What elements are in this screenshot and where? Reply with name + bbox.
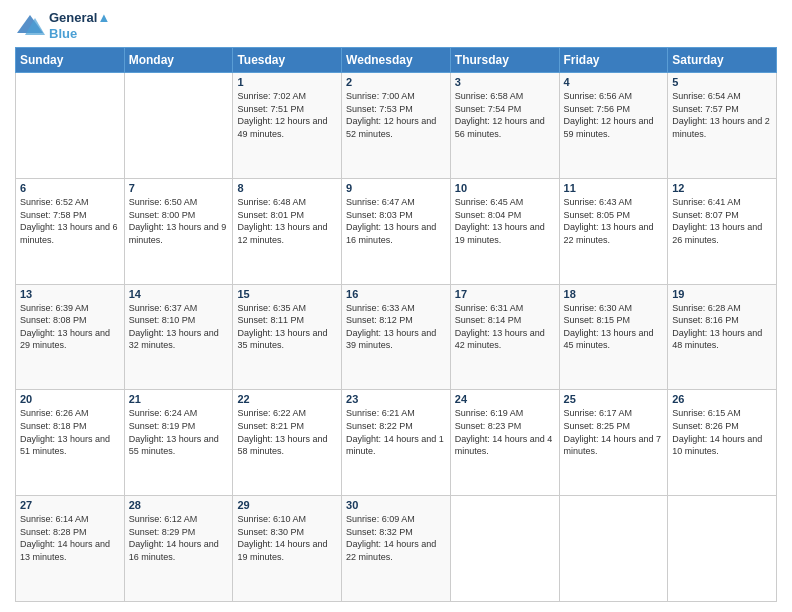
day-info: Sunrise: 6:31 AM Sunset: 8:14 PM Dayligh… — [455, 302, 555, 352]
day-number: 28 — [129, 499, 229, 511]
calendar-cell: 28Sunrise: 6:12 AM Sunset: 8:29 PM Dayli… — [124, 496, 233, 602]
day-header-monday: Monday — [124, 48, 233, 73]
calendar-cell: 16Sunrise: 6:33 AM Sunset: 8:12 PM Dayli… — [342, 284, 451, 390]
day-number: 25 — [564, 393, 664, 405]
calendar-cell: 23Sunrise: 6:21 AM Sunset: 8:22 PM Dayli… — [342, 390, 451, 496]
day-header-thursday: Thursday — [450, 48, 559, 73]
day-info: Sunrise: 6:15 AM Sunset: 8:26 PM Dayligh… — [672, 407, 772, 457]
day-number: 7 — [129, 182, 229, 194]
calendar-cell: 6Sunrise: 6:52 AM Sunset: 7:58 PM Daylig… — [16, 178, 125, 284]
day-info: Sunrise: 6:21 AM Sunset: 8:22 PM Dayligh… — [346, 407, 446, 457]
calendar-cell: 21Sunrise: 6:24 AM Sunset: 8:19 PM Dayli… — [124, 390, 233, 496]
calendar-cell: 14Sunrise: 6:37 AM Sunset: 8:10 PM Dayli… — [124, 284, 233, 390]
calendar-cell — [16, 73, 125, 179]
day-info: Sunrise: 7:02 AM Sunset: 7:51 PM Dayligh… — [237, 90, 337, 140]
day-info: Sunrise: 6:50 AM Sunset: 8:00 PM Dayligh… — [129, 196, 229, 246]
logo-text: General▲ Blue — [49, 10, 110, 41]
day-number: 4 — [564, 76, 664, 88]
day-info: Sunrise: 6:33 AM Sunset: 8:12 PM Dayligh… — [346, 302, 446, 352]
calendar-cell: 17Sunrise: 6:31 AM Sunset: 8:14 PM Dayli… — [450, 284, 559, 390]
day-number: 12 — [672, 182, 772, 194]
calendar-table: SundayMondayTuesdayWednesdayThursdayFrid… — [15, 47, 777, 602]
calendar-cell — [559, 496, 668, 602]
day-number: 11 — [564, 182, 664, 194]
calendar-cell — [450, 496, 559, 602]
day-number: 14 — [129, 288, 229, 300]
page: General▲ Blue SundayMondayTuesdayWednesd… — [0, 0, 792, 612]
day-number: 13 — [20, 288, 120, 300]
calendar-cell: 18Sunrise: 6:30 AM Sunset: 8:15 PM Dayli… — [559, 284, 668, 390]
calendar-cell: 11Sunrise: 6:43 AM Sunset: 8:05 PM Dayli… — [559, 178, 668, 284]
day-info: Sunrise: 6:26 AM Sunset: 8:18 PM Dayligh… — [20, 407, 120, 457]
day-number: 21 — [129, 393, 229, 405]
day-number: 24 — [455, 393, 555, 405]
calendar-week-5: 27Sunrise: 6:14 AM Sunset: 8:28 PM Dayli… — [16, 496, 777, 602]
calendar-cell: 24Sunrise: 6:19 AM Sunset: 8:23 PM Dayli… — [450, 390, 559, 496]
day-number: 9 — [346, 182, 446, 194]
calendar-cell: 26Sunrise: 6:15 AM Sunset: 8:26 PM Dayli… — [668, 390, 777, 496]
day-info: Sunrise: 6:17 AM Sunset: 8:25 PM Dayligh… — [564, 407, 664, 457]
day-number: 18 — [564, 288, 664, 300]
calendar-week-3: 13Sunrise: 6:39 AM Sunset: 8:08 PM Dayli… — [16, 284, 777, 390]
day-number: 10 — [455, 182, 555, 194]
day-number: 6 — [20, 182, 120, 194]
day-info: Sunrise: 6:37 AM Sunset: 8:10 PM Dayligh… — [129, 302, 229, 352]
day-header-sunday: Sunday — [16, 48, 125, 73]
day-number: 22 — [237, 393, 337, 405]
calendar-week-4: 20Sunrise: 6:26 AM Sunset: 8:18 PM Dayli… — [16, 390, 777, 496]
day-info: Sunrise: 6:47 AM Sunset: 8:03 PM Dayligh… — [346, 196, 446, 246]
day-info: Sunrise: 6:24 AM Sunset: 8:19 PM Dayligh… — [129, 407, 229, 457]
logo-icon — [15, 13, 45, 38]
calendar-cell: 5Sunrise: 6:54 AM Sunset: 7:57 PM Daylig… — [668, 73, 777, 179]
day-number: 29 — [237, 499, 337, 511]
day-info: Sunrise: 6:14 AM Sunset: 8:28 PM Dayligh… — [20, 513, 120, 563]
day-number: 5 — [672, 76, 772, 88]
day-number: 20 — [20, 393, 120, 405]
day-header-friday: Friday — [559, 48, 668, 73]
calendar-cell: 25Sunrise: 6:17 AM Sunset: 8:25 PM Dayli… — [559, 390, 668, 496]
day-header-wednesday: Wednesday — [342, 48, 451, 73]
day-info: Sunrise: 6:10 AM Sunset: 8:30 PM Dayligh… — [237, 513, 337, 563]
day-info: Sunrise: 6:19 AM Sunset: 8:23 PM Dayligh… — [455, 407, 555, 457]
calendar-header-row: SundayMondayTuesdayWednesdayThursdayFrid… — [16, 48, 777, 73]
calendar-cell: 1Sunrise: 7:02 AM Sunset: 7:51 PM Daylig… — [233, 73, 342, 179]
calendar-cell: 22Sunrise: 6:22 AM Sunset: 8:21 PM Dayli… — [233, 390, 342, 496]
calendar-cell: 20Sunrise: 6:26 AM Sunset: 8:18 PM Dayli… — [16, 390, 125, 496]
day-info: Sunrise: 6:28 AM Sunset: 8:16 PM Dayligh… — [672, 302, 772, 352]
day-number: 26 — [672, 393, 772, 405]
calendar-cell: 13Sunrise: 6:39 AM Sunset: 8:08 PM Dayli… — [16, 284, 125, 390]
calendar-cell: 19Sunrise: 6:28 AM Sunset: 8:16 PM Dayli… — [668, 284, 777, 390]
calendar-cell: 2Sunrise: 7:00 AM Sunset: 7:53 PM Daylig… — [342, 73, 451, 179]
day-number: 3 — [455, 76, 555, 88]
calendar-cell: 4Sunrise: 6:56 AM Sunset: 7:56 PM Daylig… — [559, 73, 668, 179]
day-number: 17 — [455, 288, 555, 300]
header: General▲ Blue — [15, 10, 777, 41]
calendar-cell: 29Sunrise: 6:10 AM Sunset: 8:30 PM Dayli… — [233, 496, 342, 602]
calendar-cell: 27Sunrise: 6:14 AM Sunset: 8:28 PM Dayli… — [16, 496, 125, 602]
calendar-week-1: 1Sunrise: 7:02 AM Sunset: 7:51 PM Daylig… — [16, 73, 777, 179]
day-info: Sunrise: 6:43 AM Sunset: 8:05 PM Dayligh… — [564, 196, 664, 246]
calendar-week-2: 6Sunrise: 6:52 AM Sunset: 7:58 PM Daylig… — [16, 178, 777, 284]
day-number: 8 — [237, 182, 337, 194]
day-info: Sunrise: 6:58 AM Sunset: 7:54 PM Dayligh… — [455, 90, 555, 140]
day-info: Sunrise: 6:12 AM Sunset: 8:29 PM Dayligh… — [129, 513, 229, 563]
day-number: 19 — [672, 288, 772, 300]
calendar-cell — [124, 73, 233, 179]
logo: General▲ Blue — [15, 10, 110, 41]
calendar-body: 1Sunrise: 7:02 AM Sunset: 7:51 PM Daylig… — [16, 73, 777, 602]
day-info: Sunrise: 6:35 AM Sunset: 8:11 PM Dayligh… — [237, 302, 337, 352]
day-info: Sunrise: 6:39 AM Sunset: 8:08 PM Dayligh… — [20, 302, 120, 352]
calendar-cell: 30Sunrise: 6:09 AM Sunset: 8:32 PM Dayli… — [342, 496, 451, 602]
day-info: Sunrise: 6:30 AM Sunset: 8:15 PM Dayligh… — [564, 302, 664, 352]
calendar-cell: 7Sunrise: 6:50 AM Sunset: 8:00 PM Daylig… — [124, 178, 233, 284]
day-header-tuesday: Tuesday — [233, 48, 342, 73]
day-number: 27 — [20, 499, 120, 511]
day-header-saturday: Saturday — [668, 48, 777, 73]
calendar-cell: 3Sunrise: 6:58 AM Sunset: 7:54 PM Daylig… — [450, 73, 559, 179]
day-info: Sunrise: 6:41 AM Sunset: 8:07 PM Dayligh… — [672, 196, 772, 246]
day-info: Sunrise: 6:22 AM Sunset: 8:21 PM Dayligh… — [237, 407, 337, 457]
day-number: 16 — [346, 288, 446, 300]
calendar-cell — [668, 496, 777, 602]
day-info: Sunrise: 7:00 AM Sunset: 7:53 PM Dayligh… — [346, 90, 446, 140]
day-info: Sunrise: 6:48 AM Sunset: 8:01 PM Dayligh… — [237, 196, 337, 246]
